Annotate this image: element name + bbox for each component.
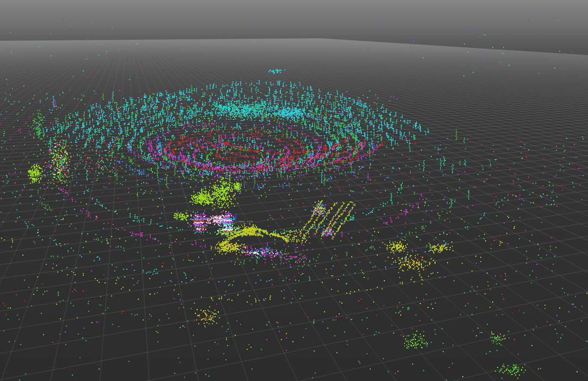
pointcloud-canvas[interactable] [0,0,588,381]
tf-frame-label: base_link [238,220,254,223]
pointcloud-viewport: base_link [0,0,588,381]
